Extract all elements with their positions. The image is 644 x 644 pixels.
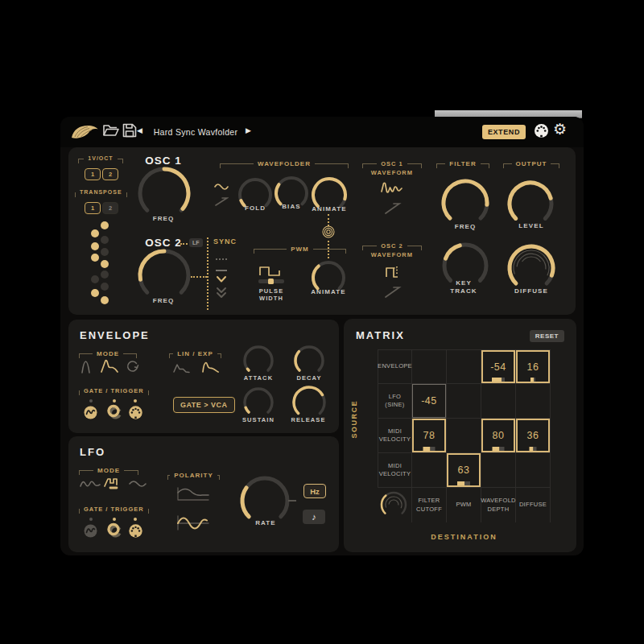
polarity-unipolar-icon[interactable] [175,485,211,503]
envelope-title: ENVELOPE [80,329,150,341]
env-lin-icon[interactable] [173,362,191,374]
env-mode-pluck-icon[interactable] [80,360,93,374]
env-mode-section-label: MODE [79,350,137,358]
matrix-cell[interactable] [481,453,516,488]
sync-option-off[interactable] [216,258,227,260]
pulse-dotted-icon[interactable] [384,264,403,279]
osc2-waveform-line2: WAVEFORM [368,251,416,258]
midi-din-icon[interactable] [534,123,549,138]
matrix-title: MATRIX [356,329,405,341]
key-dot[interactable] [91,254,99,262]
matrix-cell-env-wavefold[interactable]: -54 [481,349,516,384]
env-linexp-section-label: LIN / EXP [169,350,221,358]
pulse-width-slider[interactable] [258,279,284,283]
env-gate-midi-dot [134,399,137,402]
reset-button[interactable]: RESET [530,330,564,342]
matrix-cell-lfo-cutoff[interactable]: -45 [412,384,447,419]
concentric-circles-icon[interactable] [321,225,336,239]
save-preset-button[interactable] [122,122,138,138]
lfo-gate-audio-icon[interactable] [83,523,98,539]
lfo-gate-midi-dot [134,518,137,521]
open-preset-button[interactable] [101,122,119,139]
env-gate-midi-icon[interactable] [128,405,143,420]
lfo-gate-loop-icon[interactable] [105,522,123,539]
transpose-button-1[interactable]: 1 [85,202,101,214]
gate-vca-button[interactable]: GATE > VCA [173,397,235,413]
sync-option-soft-chevron[interactable] [216,275,227,283]
lfo-gate-midi-icon[interactable] [128,523,143,539]
key-dot[interactable] [91,289,99,297]
key-dot[interactable] [101,221,109,229]
key-dot[interactable] [101,296,109,304]
matrix-cell[interactable] [447,419,481,453]
matrix-cell-vel1-diffuse[interactable]: 36 [516,419,551,453]
matrix-cell[interactable] [412,453,447,488]
title-bar: ◀ Hard Sync Wavfolder ▶ EXTEND ⚙ [60,117,584,147]
key-track-label-2: TRACK [440,287,488,295]
wavefolder-animate-label: ANIMATE [305,205,353,213]
sync-option-line[interactable] [216,270,227,271]
env-mode-adsr-icon[interactable] [101,358,122,374]
matrix-cell[interactable] [516,384,551,419]
lf-toggle-button[interactable]: LF [189,238,203,247]
ramp-wave-icon[interactable] [214,196,229,207]
matrix-corner-knob-icon [378,489,410,521]
osc1-freq-label: FREQ [139,215,188,222]
note-sync-button[interactable]: ♪ [303,510,325,524]
lfo-mode-stepped-random-icon[interactable] [104,475,125,491]
voct-button-1[interactable]: 1 [85,168,101,180]
filter-freq-knob[interactable] [440,177,491,229]
diffuse-knob[interactable] [506,242,557,294]
lfo-mode-section-label: MODE [79,467,138,475]
matrix-cell[interactable] [516,453,551,488]
envelope-panel: ENVELOPE MODE LIN / EXP GATE / TRIGGER [68,320,339,433]
matrix-cell-vel1-wavefold[interactable]: 80 [481,419,516,453]
key-dot[interactable] [101,248,109,256]
lfo-title: LFO [80,446,105,458]
env-mode-loop-icon[interactable] [126,360,139,374]
next-preset-button[interactable]: ▶ [246,126,251,134]
prev-preset-button[interactable]: ◀ [137,126,142,134]
sync-section-label: SYNC [213,237,237,246]
matrix-cell-env-diffuse[interactable]: 16 [516,349,551,384]
lfo-mode-smooth-random-icon[interactable] [80,477,101,490]
osc1-ramp-icon[interactable] [384,200,403,215]
matrix-cell[interactable] [481,384,516,419]
attack-knob[interactable] [241,343,276,378]
decay-knob[interactable] [291,343,327,378]
osc2-freq-knob[interactable] [136,247,192,303]
key-dot[interactable] [101,283,109,291]
osc1-waveform-line2: WAVEFORM [368,169,416,176]
settings-gear-icon[interactable]: ⚙ [553,120,567,138]
matrix-cell[interactable] [447,384,481,419]
matrix-cell-vel2-pwm[interactable]: 63 [447,453,481,488]
key-dot[interactable] [91,242,99,250]
polarity-bipolar-icon[interactable] [175,513,211,535]
lfo-mode-sine-icon[interactable] [129,478,148,489]
matrix-cell-vel1-cutoff[interactable]: 78 [412,419,447,453]
folded-wave-icon[interactable] [381,180,403,195]
key-dot[interactable] [101,270,109,279]
extend-button[interactable]: EXTEND [482,125,526,139]
key-dot[interactable] [91,275,99,283]
voct-button-2[interactable]: 2 [102,168,118,180]
transpose-button-2[interactable]: 2 [102,202,118,214]
key-dot[interactable] [101,236,109,244]
matrix-col-label-wavefold: WAVEFOLD DEPTH [481,488,516,522]
sync-option-hard-double-chevron[interactable] [216,287,227,299]
sine-wave-icon[interactable] [214,181,229,192]
matrix-cell[interactable] [412,349,447,384]
sustain-knob[interactable] [241,385,276,420]
hz-button[interactable]: Hz [303,484,326,498]
matrix-cell[interactable] [447,349,481,384]
osc2-ramp-icon[interactable] [384,284,403,299]
pulse-width-handle[interactable] [268,279,274,284]
env-gate-audio-icon[interactable] [83,405,98,420]
pwm-section-label: PWM [254,246,346,254]
osc1-freq-knob[interactable] [136,165,192,221]
key-dot[interactable] [101,260,109,268]
env-exp-icon[interactable] [202,360,221,374]
level-knob[interactable] [506,179,555,229]
env-gate-loop-icon[interactable] [105,403,123,421]
key-dot[interactable] [91,229,99,237]
